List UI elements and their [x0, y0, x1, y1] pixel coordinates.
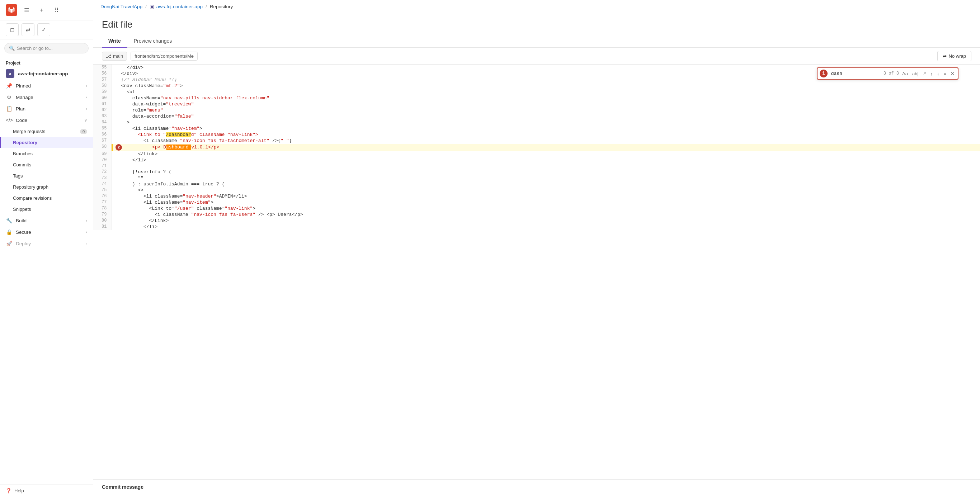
line-code[interactable]: <Link to="/user" className="nav-link"> — [113, 205, 980, 211]
search-input[interactable] — [831, 71, 881, 76]
sidebar-item-repository[interactable]: Repository — [0, 137, 93, 148]
search-prev-button[interactable]: ↑ — [929, 70, 934, 77]
table-row: 65 <li className="nav-item"> — [93, 125, 980, 132]
line-number: 60 — [93, 95, 111, 101]
sidebar-item-code[interactable]: </> Code ∨ — [0, 114, 93, 126]
line-number: 71 — [93, 163, 111, 169]
toggle-sidebar-button[interactable]: ☰ — [21, 4, 32, 16]
sidebar-item-plan[interactable]: 📋 Plan › — [0, 103, 93, 114]
chevron-right-icon: › — [86, 218, 87, 223]
line-code[interactable]: <Link to="/dashboard" className="nav-lin… — [113, 132, 980, 138]
plan-icon: 📋 — [6, 106, 12, 111]
table-row: 78 <Link to="/user" className="nav-link"… — [93, 205, 980, 211]
line-code[interactable]: ) : userInfo.isAdmin === true ? ( — [113, 181, 980, 187]
nowrap-icon: ⇌ — [943, 54, 947, 59]
line-code[interactable]: </Link> — [113, 218, 980, 224]
line-code[interactable]: <li className="nav-header">ADMIN</li> — [113, 193, 980, 199]
manage-icon: ⚙ — [6, 94, 12, 100]
sidebar-item-label: Secure — [16, 230, 31, 235]
line-code[interactable]: {!userInfo ? ( — [113, 169, 980, 175]
line-code[interactable]: </li> — [113, 224, 980, 230]
sidebar-item-build[interactable]: 🔧 Build › — [0, 215, 93, 226]
line-code[interactable]: <ul — [113, 89, 980, 95]
project-row[interactable]: a aws-fcj-container-app — [0, 67, 93, 80]
table-row: 64 > — [93, 119, 980, 125]
line-number: 73 — [93, 175, 111, 181]
sidebar-item-pinned[interactable]: 📌 Pinned › — [0, 80, 93, 91]
sidebar-item-manage[interactable]: ⚙ Manage › — [0, 91, 93, 103]
search-list-button[interactable]: ≡ — [942, 70, 947, 77]
line-code[interactable]: <li className="nav-item"> — [113, 125, 980, 132]
line-code[interactable]: </li> — [113, 157, 980, 163]
branch-name: main — [113, 54, 123, 59]
search-placeholder-text: Search or go to... — [17, 46, 53, 51]
sidebar-item-label: Branches — [13, 151, 33, 156]
file-path-badge[interactable]: frontend/src/components/Me — [130, 52, 198, 60]
line-code[interactable]: <i className="nav-icon fas fa-users" /> … — [113, 211, 980, 218]
line-number: 57 — [93, 77, 111, 83]
line-code[interactable]: data-widget="treeview" — [113, 101, 980, 107]
line-code[interactable]: "" — [113, 175, 980, 181]
chevron-down-icon: ∨ — [84, 118, 87, 123]
chevron-right-icon: › — [86, 230, 87, 234]
line-code[interactable]: role="menu" — [113, 107, 980, 113]
sidebar-item-compare-revisions[interactable]: Compare revisions — [0, 192, 93, 204]
line-code[interactable] — [113, 163, 980, 169]
sidebar-item-branches[interactable]: Branches — [0, 148, 93, 159]
table-row: 70 </li> — [93, 157, 980, 163]
sidebar-item-label: Tags — [13, 173, 22, 179]
line-code[interactable]: <nav className="mt-2"> — [113, 83, 980, 89]
match-whole-word-button[interactable]: ab| — [911, 70, 920, 77]
sidebar-item-repository-graph[interactable]: Repository graph — [0, 181, 93, 192]
line-code[interactable]: data-accordion="false" — [113, 113, 980, 119]
sidebar-item-commits[interactable]: Commits — [0, 159, 93, 170]
line-code[interactable]: className="nav nav-pills nav-sidebar fle… — [113, 95, 980, 101]
sidebar-item-label: Repository — [13, 140, 37, 145]
breadcrumb-repo[interactable]: aws-fcj-container-app — [156, 4, 203, 10]
line-code[interactable]: <li className="nav-item"> — [113, 199, 980, 205]
sidebar-item-snippets[interactable]: Snippets — [0, 204, 93, 215]
code-icon: </> — [6, 117, 12, 123]
search-bar[interactable]: 🔍 Search or go to... — [4, 43, 89, 54]
line-code[interactable]: 2 <p> Dashboard v1.0.1</p> — [113, 144, 980, 151]
regex-button[interactable]: .* — [922, 70, 927, 77]
nowrap-button[interactable]: ⇌ No wrap — [937, 51, 971, 61]
sidebar-item-tags[interactable]: Tags — [0, 170, 93, 181]
sidebar-item-secure[interactable]: 🔒 Secure › — [0, 226, 93, 238]
match-case-button[interactable]: Aa — [901, 70, 909, 77]
table-row: 81 </li> — [93, 224, 980, 230]
breadcrumb-dongna[interactable]: DongNai TravelApp — [100, 4, 142, 10]
line-number: 75 — [93, 187, 111, 193]
branch-badge[interactable]: ⎇ main — [102, 52, 127, 60]
topbar: DongNai TravelApp / ▣ aws-fcj-container-… — [93, 0, 980, 13]
table-row: 72 {!userInfo ? ( — [93, 169, 980, 175]
line-code[interactable]: <> — [113, 187, 980, 193]
issues-button[interactable]: ◻ — [6, 23, 19, 36]
grid-button[interactable]: ⠿ — [51, 4, 62, 16]
table-row: 80 </Link> — [93, 218, 980, 224]
line-code[interactable]: > — [113, 119, 980, 125]
code-container[interactable]: 1 3 of 3 Aa ab| .* ↑ ↓ ≡ ✕ 55 </div>56 <… — [93, 65, 980, 480]
table-row: 69 </Link> — [93, 151, 980, 157]
help-item[interactable]: ❓ Help — [0, 484, 93, 497]
sidebar-item-label: Merge requests — [13, 129, 45, 134]
tab-write[interactable]: Write — [102, 35, 127, 48]
line-code[interactable]: <i className="nav-icon fas fa-tachometer… — [113, 138, 980, 144]
tab-preview[interactable]: Preview changes — [127, 35, 179, 48]
gitlab-logo[interactable] — [6, 4, 17, 16]
table-row: 76 <li className="nav-header">ADMIN</li> — [93, 193, 980, 199]
merge-button[interactable]: ⇄ — [22, 23, 35, 36]
search-close-button[interactable]: ✕ — [950, 70, 956, 77]
sidebar-item-deploy[interactable]: 🚀 Deploy › — [0, 238, 93, 249]
sidebar-item-label: Repository graph — [13, 184, 48, 190]
todo-button[interactable]: ✓ — [37, 23, 50, 36]
topbar-repo-icon: ▣ — [150, 3, 154, 10]
help-icon: ❓ — [6, 488, 11, 494]
table-row: 61 data-widget="treeview" — [93, 101, 980, 107]
new-item-button[interactable]: ＋ — [36, 4, 47, 16]
table-row: 682 <p> Dashboard v1.0.1</p> — [93, 144, 980, 151]
line-code[interactable]: </Link> — [113, 151, 980, 157]
search-next-button[interactable]: ↓ — [936, 70, 940, 77]
sidebar-item-merge-requests[interactable]: Merge requests 0 — [0, 126, 93, 137]
search-match: /dashboar — [166, 132, 191, 137]
